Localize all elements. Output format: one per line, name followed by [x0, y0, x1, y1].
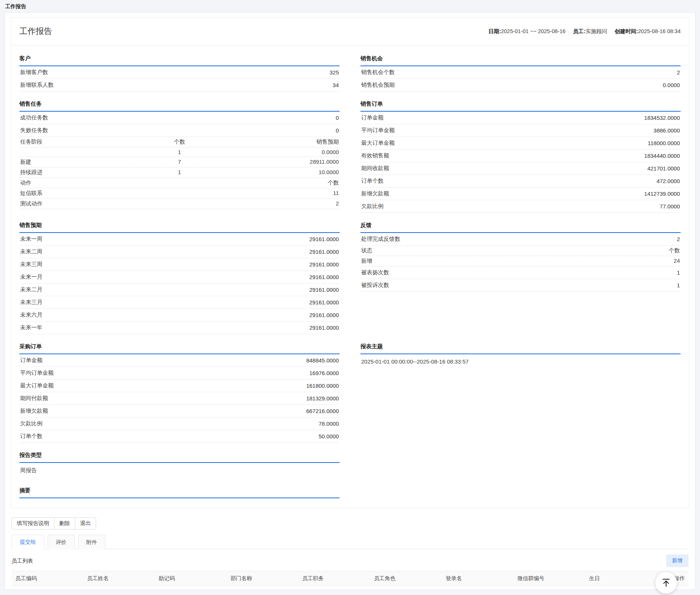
subtable-header-cell: 任务阶段: [20, 138, 126, 145]
subtable-header-row: 动作个数: [19, 178, 340, 188]
employee-col-header: 员工编码: [12, 571, 83, 586]
employee-col-header: 登录名: [442, 571, 514, 586]
field-label: 未来一周: [20, 236, 42, 243]
field-row: 欠款比例77.0000: [360, 200, 681, 213]
subtable-header-cell: 个数: [521, 247, 680, 254]
field-value: 29161.0000: [309, 274, 339, 280]
delete-button[interactable]: 删除: [54, 517, 75, 530]
field-row: 订单金额1834532.0000: [360, 112, 681, 124]
field-label: 新增客户数: [20, 69, 48, 76]
section-text-value: 2025-01-01 00:00:00--2025-08-16 08:33:57: [360, 354, 681, 369]
section-title: 采购订单: [19, 343, 340, 354]
field-row: 未来二月29161.0000: [19, 284, 340, 296]
subtable-cell: 1: [126, 149, 232, 155]
report-section-9: 报告类型周报告: [19, 452, 340, 478]
section-title: 客户: [19, 55, 340, 66]
report-title: 工作报告: [19, 26, 52, 37]
report-section-4: 销售订单订单金额1834532.0000平均订单金额3886.0000最大订单金…: [360, 100, 681, 213]
subtable-header-cell: 动作: [20, 179, 179, 186]
field-value: 2: [677, 69, 680, 76]
field-row: 期间付款额181329.0000: [19, 392, 340, 405]
back-to-top-icon: [661, 578, 671, 588]
field-value: 325: [330, 69, 339, 76]
subtable-header-cell: 个数: [179, 179, 339, 186]
field-value: 3886.0000: [653, 127, 680, 134]
field-row: 未来二周29161.0000: [19, 246, 340, 258]
subtable-cell: 新建: [20, 159, 126, 166]
field-value: 0: [336, 127, 339, 134]
field-row: 平均订单金额16976.0000: [19, 367, 340, 380]
field-value: 472.0000: [656, 178, 680, 184]
field-value: 50.0000: [319, 433, 339, 439]
employee-cell: [370, 586, 442, 590]
employee-table-header-row: 员工编码员工姓名助记码部门名称员工职务员工角色登录名微信群编号生日操作: [12, 571, 688, 586]
field-label: 未来一年: [20, 324, 42, 331]
field-row: 销售机会预期0.0000: [360, 79, 681, 92]
field-row: 未来三周29161.0000: [19, 258, 340, 271]
field-label: 平均订单金额: [361, 127, 395, 134]
field-row: 处理完成反馈数2: [360, 233, 681, 246]
field-value: 34: [332, 82, 339, 88]
report-section-5: 销售预期未来一周29161.0000未来二周29161.0000未来三周2916…: [19, 222, 340, 334]
employee-col-header: 生日: [585, 571, 657, 586]
exit-button[interactable]: 退出: [75, 517, 96, 530]
field-value: 29161.0000: [309, 261, 339, 268]
field-label: 新增欠款额: [20, 407, 48, 415]
report-section-7: 采购订单订单金额848845.0000平均订单金额16976.0000最大订单金…: [19, 343, 340, 443]
field-label: 欠款比例: [361, 203, 384, 210]
section-title: 摘要: [19, 487, 340, 498]
field-value: 0.0000: [663, 82, 680, 88]
field-label: 未来一月: [20, 273, 42, 281]
employee-col-header: 微信群编号: [514, 571, 586, 586]
employee-col-header: 员工姓名: [83, 571, 155, 586]
section-title: 销售机会: [360, 55, 681, 66]
employee-cell: [585, 586, 657, 590]
report-section-6: 反馈处理完成反馈数2状态个数新增24被表扬次数1被投诉次数1: [360, 222, 681, 292]
report-card: 工作报告 日期:2025-01-01 ~~ 2025-08-16员工:实施顾问创…: [11, 17, 689, 508]
tab-evaluation[interactable]: 评价: [48, 535, 75, 549]
field-row: 欠款比例78.0000: [19, 418, 340, 430]
back-to-top-button[interactable]: [655, 572, 677, 594]
field-row: 新增欠款额667216.0000: [19, 405, 340, 418]
tab-bar: 提交给评价附件: [12, 535, 688, 549]
subtable-cell: 2: [179, 200, 339, 207]
action-button-group: 填写报告说明删除退出: [12, 517, 96, 530]
employee-cell: [514, 586, 586, 590]
tab-submit-to[interactable]: 提交给: [12, 535, 44, 549]
subtable-cell: 新增: [361, 257, 521, 265]
fill-report-note-button[interactable]: 填写报告说明: [12, 517, 54, 530]
field-row: 最大订单金额118000.0000: [360, 137, 681, 150]
subtable-cell: 短信联系: [20, 190, 179, 197]
report-meta: 日期:2025-01-01 ~~ 2025-08-16员工:实施顾问创建时间:2…: [489, 28, 681, 35]
meta-value: 2025-08-16 08:34: [638, 28, 681, 34]
report-title-bar: 工作报告 日期:2025-01-01 ~~ 2025-08-16员工:实施顾问创…: [11, 17, 689, 45]
report-section-1: 客户新增客户数325新增联系人数34: [19, 55, 340, 92]
field-label: 订单金额: [361, 114, 384, 121]
field-row: 新增欠款额1412739.0000: [360, 188, 681, 200]
add-employee-button[interactable]: 新增: [666, 554, 688, 567]
field-row: 未来一周29161.0000: [19, 233, 340, 246]
tab-attachment[interactable]: 附件: [78, 535, 105, 549]
report-section-8: 报表主题2025-01-01 00:00:00--2025-08-16 08:3…: [360, 343, 681, 369]
field-label: 最大订单金额: [20, 382, 54, 389]
field-value: 421701.0000: [647, 165, 680, 172]
subtable-row: 新增24: [360, 256, 681, 266]
field-value: 848845.0000: [306, 357, 339, 364]
meta-label: 创建时间:: [615, 28, 638, 34]
field-value: 1: [677, 282, 680, 288]
field-value: 29161.0000: [309, 299, 339, 306]
employee-cell: 001: [12, 586, 83, 590]
meta-label: 员工:: [573, 28, 586, 34]
subtable-cell: 24: [521, 257, 680, 265]
breadcrumb: 工作报告: [0, 0, 700, 13]
meta-label: 日期:: [489, 28, 501, 34]
field-row: 未来一年29161.0000: [19, 322, 340, 334]
subtable-row: 短信联系11: [19, 188, 340, 199]
report-section-10: 摘要: [19, 487, 340, 498]
subtable-header-cell: 销售预期: [233, 138, 339, 145]
section-title: 销售任务: [19, 100, 340, 112]
subtable-header-cell: 状态: [361, 247, 521, 254]
meta-value: 实施顾问: [586, 28, 607, 34]
employee-cell: [299, 586, 370, 590]
subtable-row: 10.0000: [19, 147, 340, 157]
